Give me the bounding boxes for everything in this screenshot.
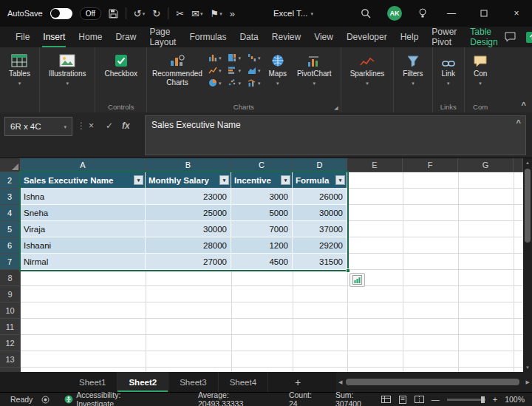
page-break-view-icon[interactable]	[415, 396, 424, 403]
sheet-tab-sheet3[interactable]: Sheet3	[168, 372, 218, 392]
cell[interactable]: 31500	[293, 254, 347, 270]
lightbulb-icon[interactable]	[418, 8, 427, 18]
mail-icon[interactable]: ✉▾	[191, 8, 202, 19]
cell[interactable]: Nirmal	[21, 254, 146, 270]
formula-input[interactable]: Sales Executive Name ^	[145, 115, 526, 155]
hierarchy-chart-button[interactable]: ▾	[228, 53, 241, 62]
maximize-button[interactable]	[476, 10, 492, 17]
filter-dropdown-icon[interactable]: ▾	[335, 175, 345, 185]
scroll-right-icon[interactable]: ▶	[526, 379, 530, 385]
collapse-ribbon-icon[interactable]: ^	[522, 101, 526, 109]
accessibility-status[interactable]: Accessibility: Investigate	[60, 390, 164, 406]
cell[interactable]: 25000	[146, 205, 231, 221]
line-chart-button[interactable]: ▾	[208, 66, 222, 75]
new-sheet-button[interactable]: +	[287, 372, 308, 392]
minimize-button[interactable]: —	[443, 8, 460, 18]
maps-button[interactable]: Maps ▾	[264, 50, 292, 88]
row-header-6[interactable]: 6	[0, 237, 21, 254]
tab-power-pivot[interactable]: Power Pivot	[425, 27, 463, 47]
comments-icon[interactable]	[505, 32, 516, 42]
row-header-12[interactable]: 12	[0, 335, 21, 351]
quick-access-overflow-icon[interactable]: »	[230, 8, 235, 19]
header-cell[interactable]: Monthly Salary▾	[146, 172, 231, 189]
combo-chart-button[interactable]: ▾	[248, 78, 261, 87]
tab-file[interactable]: File	[9, 27, 36, 47]
collapse-formula-bar-icon[interactable]: ^	[516, 118, 521, 127]
tab-insert[interactable]: Insert	[36, 27, 72, 47]
sheet-tab-sheet2[interactable]: Sheet2	[117, 372, 168, 392]
save-icon[interactable]	[109, 9, 118, 18]
column-header-a[interactable]: A	[21, 158, 146, 172]
horizontal-scrollbar[interactable]: ◀ ▶	[336, 372, 532, 392]
row-header-4[interactable]: 4	[0, 205, 21, 221]
close-button[interactable]: ×	[508, 8, 525, 18]
cell[interactable]: Ishna	[21, 189, 146, 205]
spreadsheet-grid[interactable]: Sales Executive Name▾ Monthly Salary▾ In…	[21, 172, 523, 372]
redo-icon[interactable]: ↻	[152, 8, 160, 19]
filter-dropdown-icon[interactable]: ▾	[134, 175, 143, 185]
avatar[interactable]: AK	[387, 6, 402, 21]
cut-icon[interactable]: ✂	[176, 8, 184, 19]
row-header-11[interactable]: 11	[0, 319, 21, 335]
tab-table-design[interactable]: Table Design	[463, 27, 504, 47]
zoom-slider-thumb[interactable]	[481, 396, 485, 403]
select-all-button[interactable]	[0, 158, 21, 172]
scatter-chart-button[interactable]: ▾	[228, 78, 241, 87]
excel-table-selection[interactable]: Sales Executive Name▾ Monthly Salary▾ In…	[21, 172, 347, 270]
name-box[interactable]: 6R x 4C ▾	[4, 117, 72, 136]
cell[interactable]: 4500	[231, 254, 293, 270]
cell[interactable]: 26000	[293, 189, 347, 205]
header-cell[interactable]: Incentive▾	[231, 172, 293, 189]
cell[interactable]: 5000	[231, 205, 293, 221]
sheet-tab-sheet4[interactable]: Sheet4	[219, 372, 268, 392]
row-header-5[interactable]: 5	[0, 221, 21, 237]
name-box-splitter-icon[interactable]: ⋮	[77, 121, 86, 131]
cell[interactable]: 7000	[231, 221, 293, 237]
column-header-g[interactable]: G	[458, 158, 514, 172]
cell[interactable]: 27000	[146, 254, 231, 270]
scroll-down-icon[interactable]: ▼	[525, 363, 530, 372]
zoom-level[interactable]: 100%	[505, 395, 525, 404]
column-header-c[interactable]: C	[231, 158, 293, 172]
illustrations-button[interactable]: Illustrations ▾	[44, 50, 92, 88]
fill-handle[interactable]	[346, 268, 350, 273]
horizontal-scrollbar-thumb[interactable]	[346, 379, 519, 385]
tab-data[interactable]: Data	[233, 27, 265, 47]
recommended-charts-button[interactable]: Recommended Charts	[151, 50, 204, 89]
tab-page-layout[interactable]: Page Layout	[143, 27, 183, 47]
enter-button[interactable]: ✓	[106, 121, 113, 131]
row-header-8[interactable]: 8	[0, 270, 21, 286]
cell[interactable]: Sneha	[21, 205, 146, 221]
insert-function-button[interactable]: fx	[122, 121, 130, 131]
tables-button[interactable]: Tables ▾	[4, 50, 35, 88]
tab-formulas[interactable]: Formulas	[183, 27, 233, 47]
vertical-scrollbar[interactable]: ▲ ▼	[523, 158, 532, 372]
vertical-scrollbar-thumb[interactable]	[525, 169, 531, 243]
cell[interactable]: 37000	[293, 221, 347, 237]
page-layout-view-icon[interactable]	[398, 396, 407, 404]
sheet-tab-sheet1[interactable]: Sheet1	[68, 372, 117, 392]
undo-icon[interactable]: ↺▾	[134, 8, 145, 19]
flag-icon[interactable]: ⚑▾	[211, 8, 222, 19]
pivotchart-button[interactable]: PivotChart ▾	[292, 50, 337, 88]
column-header-e[interactable]: E	[347, 158, 403, 172]
zoom-slider[interactable]	[447, 399, 485, 401]
scroll-left-icon[interactable]: ◀	[338, 379, 342, 385]
pie-chart-button[interactable]: ▾	[208, 78, 222, 87]
autosave-toggle[interactable]	[50, 8, 72, 19]
filter-dropdown-icon[interactable]: ▾	[219, 175, 229, 185]
column-header-partial[interactable]	[514, 158, 523, 172]
bar-chart-button[interactable]: ▾	[228, 66, 241, 75]
row-header-9[interactable]: 9	[0, 286, 21, 302]
row-header-2[interactable]: 2	[0, 172, 21, 189]
tab-home[interactable]: Home	[72, 27, 109, 47]
search-icon[interactable]	[361, 8, 371, 18]
tab-view[interactable]: View	[307, 27, 340, 47]
share-button[interactable]	[526, 32, 532, 43]
comment-button[interactable]: Con ▾	[468, 50, 492, 88]
quick-analysis-button[interactable]	[349, 273, 365, 287]
cell[interactable]: 1200	[231, 237, 293, 254]
normal-view-icon[interactable]	[381, 396, 391, 403]
column-header-b[interactable]: B	[146, 158, 231, 172]
zoom-in-button[interactable]: +	[493, 395, 497, 404]
